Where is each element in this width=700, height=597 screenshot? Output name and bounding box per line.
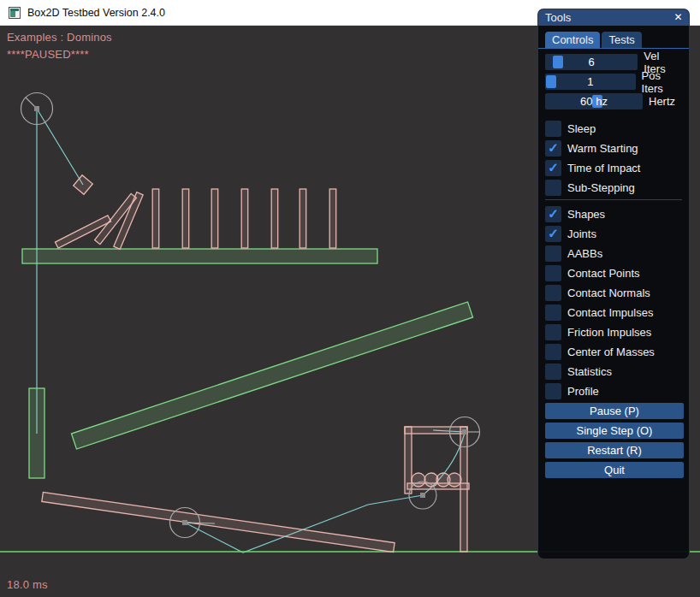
checkbox-row: ✓ Time of Impact xyxy=(545,160,682,176)
tools-panel-title: Tools xyxy=(545,11,571,24)
pos-iters-slider[interactable]: 1 xyxy=(545,74,636,90)
checkbox-label: Joints xyxy=(567,228,596,240)
green-pillar xyxy=(29,388,44,478)
app-window: Box2D Testbed Version 2.4.0 ─ □ ✕ xyxy=(0,0,700,597)
aabbs-checkbox[interactable]: ✓ xyxy=(545,245,561,262)
joint-anchor-squares xyxy=(34,106,467,525)
checkbox-row: ✓ Contact Points xyxy=(545,265,682,281)
checkbox-row: ✓ Shapes xyxy=(545,206,682,222)
tab-tests[interactable]: Tests xyxy=(602,32,641,48)
paused-label: ****PAUSED**** xyxy=(7,48,89,61)
warm-starting-checkbox[interactable]: ✓ xyxy=(545,140,561,157)
slider-value: 1 xyxy=(545,74,636,90)
checkbox-label: AABBs xyxy=(567,247,602,260)
checkbox-row: ✓ Center of Masses xyxy=(545,344,682,360)
shapes-checkbox[interactable]: ✓ xyxy=(545,206,561,222)
checkbox-label: Friction Impulses xyxy=(567,326,651,339)
checkbox-row: ✓ AABBs xyxy=(545,245,682,262)
example-label: Examples : Dominos xyxy=(7,31,112,44)
contact-points-checkbox[interactable]: ✓ xyxy=(545,265,561,281)
checkbox-row: ✓ Joints xyxy=(545,226,682,242)
time-of-impact-checkbox[interactable]: ✓ xyxy=(545,160,561,176)
tools-panel-body: 6 Vel Iters 1 Pos Iters 60 hz Hertz xyxy=(538,49,689,478)
tab-bar: Controls Tests xyxy=(545,32,682,48)
tools-panel-titlebar[interactable]: Tools ✕ xyxy=(538,9,689,26)
contact-impulses-checkbox[interactable]: ✓ xyxy=(545,304,561,321)
checkbox-label: Center of Masses xyxy=(567,346,655,358)
joints-checkbox[interactable]: ✓ xyxy=(545,226,561,242)
hertz-slider[interactable]: 60 hz xyxy=(545,93,643,109)
contact-normals-checkbox[interactable]: ✓ xyxy=(545,285,561,301)
app-icon xyxy=(9,7,21,19)
center-of-masses-checkbox[interactable]: ✓ xyxy=(545,344,561,360)
slider-row: 6 Vel Iters xyxy=(545,54,682,70)
vel-iters-slider[interactable]: 6 xyxy=(545,54,638,70)
slider-label: Hertz xyxy=(649,95,675,108)
tools-panel[interactable]: Tools ✕ Controls Tests 6 Vel Iters 1 xyxy=(537,9,690,559)
pause-button[interactable]: Pause (P) xyxy=(545,403,684,419)
statistics-checkbox[interactable]: ✓ xyxy=(545,364,561,380)
quit-button[interactable]: Quit xyxy=(545,462,684,478)
pendulum-bob xyxy=(74,175,93,195)
slider-row: 1 Pos Iters xyxy=(545,74,682,90)
check-icon: ✓ xyxy=(545,225,561,241)
separator xyxy=(545,199,682,200)
checkbox-label: Contact Normals xyxy=(567,287,650,299)
checkbox-row: ✓ Contact Impulses xyxy=(545,304,682,321)
sleep-checkbox[interactable]: ✓ xyxy=(545,121,561,137)
restart-button[interactable]: Restart (R) xyxy=(545,442,684,458)
slider-label: Pos Iters xyxy=(642,69,682,95)
check-icon: ✓ xyxy=(545,205,561,222)
checkbox-label: Time of Impact xyxy=(567,162,640,174)
check-icon: ✓ xyxy=(545,159,561,175)
checkbox-label: Contact Points xyxy=(567,267,640,280)
checkbox-row: ✓ Friction Impulses xyxy=(545,324,682,340)
dynamic-bodies xyxy=(42,175,469,553)
checkbox-label: Statistics xyxy=(567,365,612,378)
checkbox-label: Sub-Stepping xyxy=(567,181,635,194)
check-icon: ✓ xyxy=(545,139,561,156)
checkbox-row: ✓ Warm Starting xyxy=(545,140,682,157)
checkbox-row: ✓ Profile xyxy=(545,383,682,399)
tools-close-icon[interactable]: ✕ xyxy=(671,10,685,25)
checkbox-row: ✓ Statistics xyxy=(545,364,682,380)
slider-value: 6 xyxy=(545,54,638,70)
domino-platform xyxy=(22,249,377,263)
checkbox-label: Profile xyxy=(567,385,599,398)
checkbox-row: ✓ Sleep xyxy=(545,121,682,137)
checkbox-label: Contact Impulses xyxy=(567,306,653,319)
app-title: Box2D Testbed Version 2.4.0 xyxy=(27,0,165,26)
single-step-button[interactable]: Single Step (O) xyxy=(545,423,684,439)
slider-row: 60 hz Hertz xyxy=(545,93,682,109)
profile-checkbox[interactable]: ✓ xyxy=(545,383,561,399)
frame-time-label: 18.0 ms xyxy=(7,578,48,591)
tab-controls[interactable]: Controls xyxy=(545,32,600,48)
checkbox-row: ✓ Sub-Stepping xyxy=(545,180,682,196)
sub-stepping-checkbox[interactable]: ✓ xyxy=(545,180,561,196)
slider-value: 60 hz xyxy=(545,93,643,109)
seesaw-plank xyxy=(42,492,394,552)
checkbox-label: Sleep xyxy=(567,122,596,135)
friction-impulses-checkbox[interactable]: ✓ xyxy=(545,324,561,340)
checkbox-label: Warm Starting xyxy=(567,142,638,155)
checkbox-label: Shapes xyxy=(567,208,605,221)
checkbox-row: ✓ Contact Normals xyxy=(545,285,682,301)
